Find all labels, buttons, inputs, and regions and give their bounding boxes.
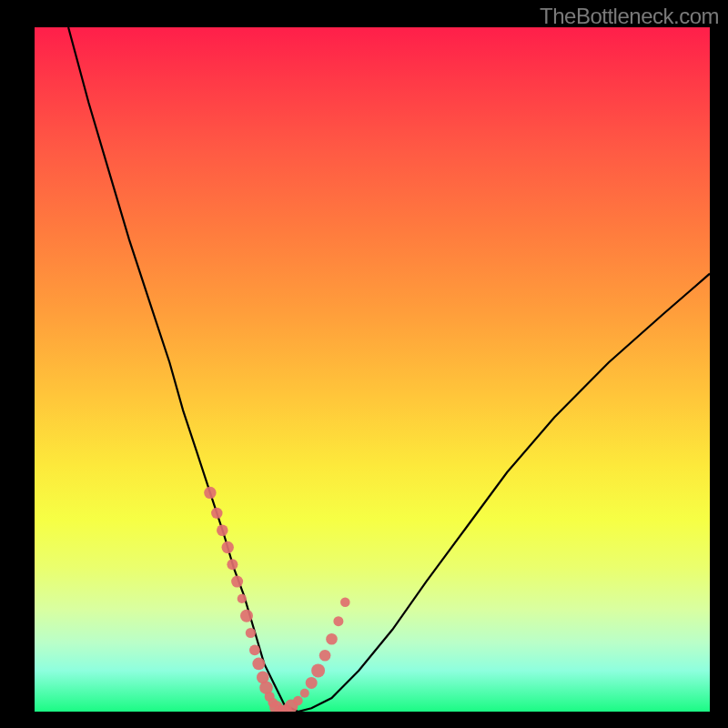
svg-point-21: [300, 689, 309, 698]
watermark-text: TheBottleneck.com: [540, 4, 719, 29]
svg-point-24: [319, 650, 331, 662]
svg-point-7: [240, 610, 253, 622]
chart-frame: TheBottleneck.com: [0, 0, 728, 728]
svg-point-3: [222, 541, 234, 553]
svg-point-0: [204, 487, 216, 499]
svg-point-2: [217, 524, 228, 536]
svg-point-6: [238, 594, 247, 603]
svg-point-23: [311, 663, 325, 677]
svg-point-20: [293, 696, 303, 706]
plot-area: [35, 27, 710, 712]
svg-point-8: [246, 628, 256, 638]
svg-point-9: [249, 644, 260, 655]
svg-point-22: [306, 677, 318, 689]
svg-point-26: [333, 616, 343, 626]
svg-point-25: [326, 633, 338, 645]
svg-point-27: [340, 597, 350, 607]
svg-point-4: [227, 559, 238, 570]
svg-point-5: [231, 576, 243, 588]
svg-point-10: [252, 658, 265, 671]
highlighted-dots: [35, 27, 710, 712]
svg-point-1: [211, 508, 222, 519]
